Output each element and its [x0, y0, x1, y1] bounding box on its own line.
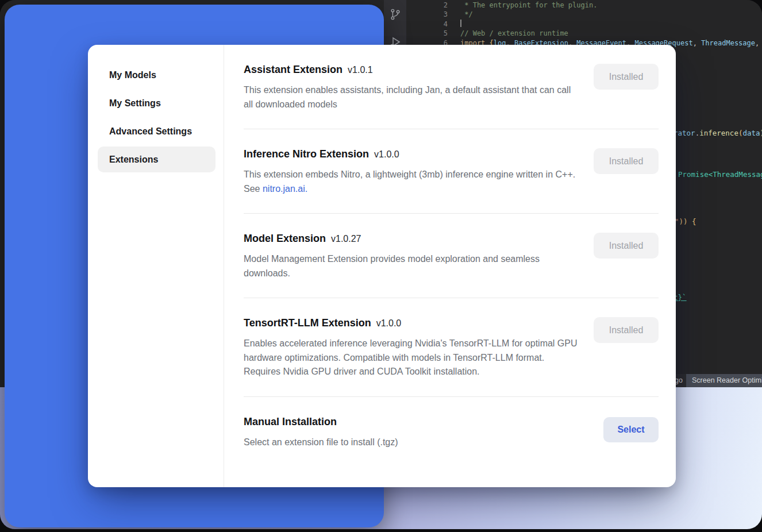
extension-row: TensortRT-LLM Extensionv1.0.0Enables acc…: [244, 298, 659, 397]
nitro-jan-ai-link[interactable]: nitro.jan.ai.: [263, 184, 307, 194]
extension-title: Inference Nitro Extension: [244, 148, 369, 160]
installed-button[interactable]: Installed: [594, 233, 659, 259]
screen: 2 * The entrypoint for the plugin.3 */45…: [0, 0, 762, 529]
extension-description: Enables accelerated inference leveraging…: [244, 337, 580, 379]
code-token: )) {: [679, 217, 696, 226]
code-token: data: [742, 129, 760, 137]
extension-title: Model Extension: [244, 233, 326, 244]
extension-description: This extension enables assistants, inclu…: [244, 83, 580, 111]
extensions-list: Assistant Extensionv1.0.1This extension …: [224, 45, 676, 487]
sidebar-item-my-models[interactable]: My Models: [98, 62, 215, 88]
code-fragment: Promise<ThreadMessage>: [678, 170, 762, 179]
screen-reader-chip[interactable]: Screen Reader Optimized: [686, 374, 762, 387]
code-token: Promise<ThreadMessage>: [678, 170, 762, 179]
installed-button[interactable]: Installed: [594, 317, 659, 343]
sidebar-item-my-settings[interactable]: My Settings: [98, 90, 215, 116]
extension-version: v1.0.0: [376, 318, 402, 328]
code-token: rator: [674, 129, 695, 137]
status-bar-text: go: [675, 376, 683, 384]
sidebar-item-advanced-settings[interactable]: Advanced Settings: [98, 118, 215, 144]
extension-row: Model Extensionv1.0.27Model Management E…: [244, 214, 659, 298]
extension-version: v1.0.27: [331, 234, 361, 244]
extension-info: Manual InstallationSelect an extension f…: [244, 416, 580, 450]
code-fragment: ")) {: [675, 217, 696, 226]
extension-version: v1.0.0: [374, 149, 399, 159]
code-fragment: rator.inference(data));: [674, 129, 762, 137]
extension-info: Model Extensionv1.0.27Model Management E…: [244, 233, 580, 280]
extension-title-line: Inference Nitro Extensionv1.0.0: [244, 148, 580, 160]
extension-row: Assistant Extensionv1.0.1This extension …: [244, 45, 659, 129]
extension-title-line: TensortRT-LLM Extensionv1.0.0: [244, 317, 580, 329]
extension-description: Select an extension file to install (.tg…: [244, 435, 580, 450]
extension-title: Manual Installation: [244, 416, 337, 427]
sidebar-item-extensions[interactable]: Extensions: [98, 147, 215, 172]
extension-title: TensortRT-LLM Extension: [244, 317, 371, 329]
select-button[interactable]: Select: [603, 417, 659, 442]
settings-sidebar: My ModelsMy SettingsAdvanced SettingsExt…: [88, 45, 224, 487]
extension-row: Manual InstallationSelect an extension f…: [244, 397, 659, 467]
extension-description: This extension embeds Nitro, a lightweig…: [244, 168, 580, 196]
extension-info: TensortRT-LLM Extensionv1.0.0Enables acc…: [244, 317, 580, 379]
extension-description: Model Management Extension provides mode…: [244, 252, 580, 280]
settings-modal: My ModelsMy SettingsAdvanced SettingsExt…: [88, 45, 676, 487]
installed-button[interactable]: Installed: [594, 148, 659, 174]
extension-title-line: Manual Installation: [244, 416, 580, 428]
extension-info: Assistant Extensionv1.0.1This extension …: [244, 64, 580, 111]
code-token: )): [760, 129, 762, 137]
extension-title-line: Model Extensionv1.0.27: [244, 233, 580, 245]
installed-button[interactable]: Installed: [594, 64, 659, 90]
extension-row: Inference Nitro Extensionv1.0.0This exte…: [244, 129, 659, 214]
extension-title: Assistant Extension: [244, 64, 342, 75]
extension-title-line: Assistant Extensionv1.0.1: [244, 64, 580, 76]
code-token: inference: [699, 129, 738, 137]
extension-info: Inference Nitro Extensionv1.0.0This exte…: [244, 148, 580, 196]
extension-version: v1.0.1: [348, 65, 373, 75]
